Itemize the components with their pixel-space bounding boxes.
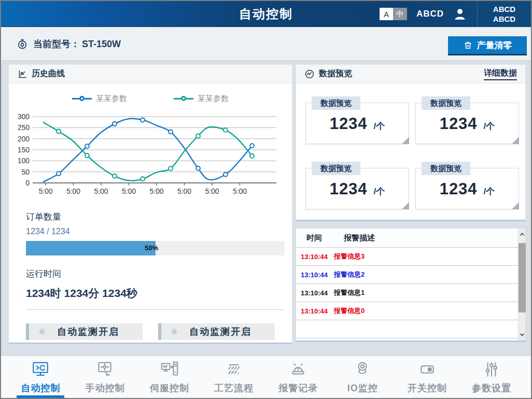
app-window: 自动控制 A 中 ABCD ABCD ABCD 当前型号： (0, 0, 532, 399)
subheader-bar: 当前型号：ST-150W 产量清零 (1, 27, 531, 61)
alarm-time: 13:10:44 (296, 289, 332, 297)
runtime-value: 1234时 1234分 1234秒 (26, 286, 275, 301)
alarm-message: 报警信息3 (332, 252, 518, 261)
alarm-message: 报警信息1 (332, 288, 518, 297)
svg-text:250: 250 (18, 123, 30, 132)
preview-card-4: 数据预览1234/个 (415, 168, 519, 209)
nav-item-manual-control[interactable]: 手动控制 (73, 356, 137, 398)
legend-marker-icon (174, 96, 193, 101)
card-unit: /个 (484, 120, 495, 132)
card-value: 1234 (440, 180, 478, 198)
svg-text:100: 100 (18, 156, 30, 165)
alarm-time: 13:10:44 (296, 271, 332, 279)
chart-legend: 某某参数某某参数 (9, 92, 292, 105)
nav-item-label: IO监控 (347, 382, 378, 394)
history-line-chart: 0501001502002503005:005:005:005:005:005:… (9, 109, 292, 198)
history-panel-title: 历史曲线 (32, 68, 65, 79)
alarm-row-4: 13:10:44报警信息0 (296, 302, 518, 320)
svg-text:5:00: 5:00 (177, 187, 191, 195)
legend-label: 某某参数 (198, 94, 229, 104)
svg-text:200: 200 (18, 135, 30, 143)
toggle-indicator-icon (171, 328, 178, 335)
card-fold-corner-icon (512, 137, 519, 144)
order-quantity-label: 订单数量 (26, 211, 275, 223)
alarm-col-time: 时间 (296, 233, 332, 243)
switch-control-icon (417, 360, 437, 379)
bottom-nav: 自动控制手动控制伺服控制工艺流程报警记录IO监控开关控制参数设置 (1, 355, 531, 398)
nav-item-label: 手动控制 (85, 382, 124, 394)
svg-text:5:00: 5:00 (122, 187, 136, 195)
user-icon[interactable] (453, 8, 467, 20)
card-unit: /个 (374, 186, 385, 197)
alarm-message: 报警信息2 (332, 270, 518, 279)
servo-control-icon (160, 360, 179, 379)
clear-output-button[interactable]: 产量清零 (448, 36, 527, 55)
nav-item-io-monitor[interactable]: IO监控 (330, 356, 395, 398)
preview-card-1: 数据预览1234/个 (305, 103, 409, 144)
nav-item-label: 工艺流程 (214, 382, 254, 394)
language-toggle[interactable]: A 中 (380, 8, 407, 20)
card-unit: /个 (374, 120, 385, 132)
legend-marker-icon (72, 96, 92, 101)
scroll-up-icon[interactable] (519, 230, 526, 238)
alarm-table-header: 时间 报警描述 (296, 229, 518, 248)
alarm-row-1: 13:10:44报警信息3 (296, 248, 518, 266)
lang-zh-option[interactable]: 中 (393, 8, 407, 20)
manual-control-icon (95, 360, 115, 379)
nav-item-servo-control[interactable]: 伺服控制 (137, 356, 202, 398)
order-quantity-value: 1234 / 1234 (26, 227, 275, 236)
stopwatch-icon (17, 38, 28, 50)
svg-text:5:00: 5:00 (66, 187, 80, 195)
alarm-table: 时间 报警描述 13:10:44报警信息313:10:44报警信息213:10:… (296, 229, 518, 340)
svg-text:300: 300 (18, 112, 30, 121)
auto-monitor-toggle-2[interactable]: 自动监测开启 (158, 323, 275, 340)
nav-item-auto-control[interactable]: 自动控制 (8, 356, 73, 398)
svg-text:5:00: 5:00 (233, 187, 247, 195)
auto-monitor-toggle-1[interactable]: 自动监测开启 (26, 323, 143, 340)
lang-en-option[interactable]: A (380, 8, 393, 20)
preview-card-3: 数据预览1234/个 (305, 168, 409, 209)
scrollbar-thumb[interactable] (519, 243, 526, 312)
trash-icon (463, 40, 473, 50)
order-progress-fill (26, 241, 156, 255)
corner-line-1: ABCD (493, 4, 515, 14)
svg-text:5:00: 5:00 (205, 187, 219, 195)
nav-item-process-flow[interactable]: 工艺流程 (202, 356, 266, 398)
alarm-message: 报警信息0 (332, 306, 518, 316)
alarm-row-empty (296, 320, 518, 338)
alarm-scrollbar[interactable] (518, 229, 525, 340)
card-value: 1234 (330, 180, 368, 198)
active-tab-underline (17, 395, 64, 398)
card-label-chip: 数据预览 (422, 162, 470, 175)
io-monitor-icon (353, 360, 372, 379)
preview-card-2: 数据预览1234/个 (415, 103, 519, 144)
header-bar: 自动控制 A 中 ABCD ABCD ABCD (1, 1, 531, 27)
model-label: 当前型号： (33, 38, 80, 50)
svg-text:5:00: 5:00 (38, 187, 52, 195)
order-progress-bar: 50% (26, 241, 285, 255)
header-corner-block: ABCD ABCD (478, 1, 531, 27)
alarm-list-panel: 时间 报警描述 13:10:44报警信息313:10:44报警信息213:10:… (296, 228, 526, 342)
nav-item-param-settings[interactable]: 参数设置 (459, 356, 524, 398)
legend-item-1: 某某参数 (72, 94, 127, 104)
svg-text:0: 0 (25, 179, 30, 187)
alarm-col-description: 报警描述 (332, 233, 518, 243)
card-label-chip: 数据预览 (312, 96, 360, 110)
auto-control-icon (31, 360, 50, 379)
order-progress-percent: 50% (145, 241, 158, 255)
scroll-down-icon[interactable] (519, 331, 526, 339)
nav-item-label: 自动控制 (21, 382, 60, 394)
alarm-row-3: 13:10:44报警信息1 (296, 284, 518, 302)
param-settings-icon (482, 360, 501, 379)
history-curve-icon (17, 69, 27, 79)
alarm-row-2: 13:10:44报警信息2 (296, 266, 518, 284)
nav-item-switch-control[interactable]: 开关控制 (395, 356, 459, 398)
nav-item-alarm-record[interactable]: 报警记录 (266, 356, 330, 398)
card-label-chip: 数据预览 (312, 162, 360, 175)
process-flow-icon (224, 360, 244, 379)
card-unit: /个 (484, 186, 495, 197)
section-divider (26, 309, 285, 310)
nav-item-label: 伺服控制 (150, 382, 189, 394)
detail-data-link[interactable]: 详细数据 (484, 68, 517, 80)
data-preview-panel: 数据预览 详细数据 数据预览1234/个数据预览1234/个数据预览1234/个… (296, 64, 526, 221)
